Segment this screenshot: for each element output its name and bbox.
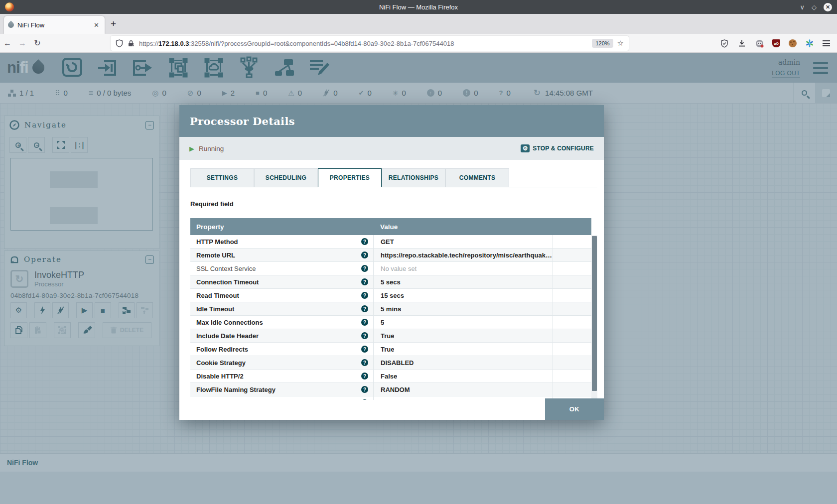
property-value[interactable]: 5 secs bbox=[381, 278, 401, 286]
table-scrollbar[interactable] bbox=[591, 235, 597, 400]
reload-icon[interactable]: ↻ bbox=[30, 38, 45, 48]
property-row-extra bbox=[553, 343, 591, 356]
property-row-extra bbox=[553, 370, 591, 382]
url-text: https://172.18.0.3:32558/nifi/?processGr… bbox=[139, 40, 588, 47]
property-row: Include Date Header? True bbox=[190, 329, 591, 343]
help-icon[interactable]: ? bbox=[361, 399, 368, 400]
window-maximize-icon[interactable]: ◇ bbox=[812, 4, 817, 10]
help-icon[interactable]: ? bbox=[361, 278, 368, 285]
zoom-level-badge[interactable]: 120% bbox=[592, 39, 613, 48]
dialog-header: Processor Details bbox=[179, 105, 604, 137]
browser-menu-icon[interactable] bbox=[823, 40, 830, 46]
property-row: Disable HTTP/2? False bbox=[190, 370, 591, 383]
help-icon[interactable]: ? bbox=[361, 373, 368, 379]
ok-button[interactable]: OK bbox=[545, 398, 604, 420]
property-row: HTTP Method? GET bbox=[190, 235, 591, 249]
help-icon[interactable]: ? bbox=[361, 305, 368, 312]
property-value[interactable]: 15 secs bbox=[381, 292, 404, 299]
property-row-extra bbox=[553, 235, 591, 248]
ublock-origin-icon[interactable]: uO bbox=[772, 39, 780, 47]
property-value[interactable]: https://repo.stackable.tech/repository/m… bbox=[381, 252, 552, 259]
help-icon[interactable]: ? bbox=[361, 265, 368, 272]
browser-toolbar: ← → ↻ https://172.18.0.3:32558/nifi/?pro… bbox=[0, 34, 837, 53]
browser-tabbar: NiFi Flow ✕ + bbox=[0, 14, 837, 34]
running-status-icon: ▶ bbox=[189, 145, 194, 152]
help-icon[interactable]: ? bbox=[361, 332, 368, 339]
property-value[interactable]: No value set bbox=[381, 399, 417, 400]
property-row-extra bbox=[553, 383, 591, 396]
property-name: Disable HTTP/2 bbox=[196, 373, 244, 380]
connection-lock-icon[interactable] bbox=[128, 40, 135, 47]
help-icon[interactable]: ? bbox=[361, 252, 368, 258]
tracking-shield-icon[interactable] bbox=[116, 39, 123, 47]
value-column-header: Value bbox=[373, 223, 553, 231]
dialog-status-row: ▶ Running ⚙ STOP & CONFIGURE bbox=[179, 137, 604, 160]
property-row-extra bbox=[553, 249, 591, 261]
property-row: Attributes to Send? No value set bbox=[190, 396, 591, 400]
property-value[interactable]: DISABLED bbox=[381, 359, 414, 367]
forward-icon[interactable]: → bbox=[15, 39, 30, 48]
property-value[interactable]: No value set bbox=[381, 265, 417, 272]
tab-settings[interactable]: SETTINGS bbox=[190, 168, 254, 187]
tab-properties[interactable]: PROPERTIES bbox=[318, 168, 382, 187]
property-row-extra bbox=[553, 275, 591, 288]
property-row: Connection Timeout? 5 secs bbox=[190, 275, 591, 289]
properties-table-header: Property Value bbox=[190, 218, 591, 235]
property-value[interactable]: 5 mins bbox=[381, 305, 401, 313]
required-field-note: Required field bbox=[190, 200, 597, 208]
property-row-extra bbox=[553, 302, 591, 315]
tab-relationships[interactable]: RELATIONSHIPS bbox=[382, 168, 445, 187]
help-icon[interactable]: ? bbox=[361, 319, 368, 326]
property-row: Follow Redirects? True bbox=[190, 343, 591, 356]
dialog-title: Processor Details bbox=[190, 115, 295, 127]
pocket-shield-icon[interactable] bbox=[720, 39, 729, 48]
processor-details-dialog: Processor Details ▶ Running ⚙ STOP & CON… bbox=[179, 105, 604, 420]
window-close-icon[interactable]: ✕ bbox=[824, 3, 832, 11]
help-icon[interactable]: ? bbox=[361, 386, 368, 393]
property-value[interactable]: False bbox=[381, 373, 397, 380]
address-bar[interactable]: https://172.18.0.3:32558/nifi/?processGr… bbox=[111, 36, 629, 51]
window-titlebar: NiFi Flow — Mozilla Firefox ∨ ◇ ✕ bbox=[0, 0, 837, 14]
nifi-page: nifi bbox=[0, 53, 837, 504]
tab-comments[interactable]: COMMENTS bbox=[445, 168, 509, 187]
tab-scheduling[interactable]: SCHEDULING bbox=[254, 168, 318, 187]
property-value[interactable]: True bbox=[381, 332, 394, 340]
browser-tab[interactable]: NiFi Flow ✕ bbox=[4, 16, 105, 34]
property-value[interactable]: 5 bbox=[381, 319, 384, 326]
properties-table: Property Value HTTP Method? GET Remote U… bbox=[190, 218, 597, 400]
dialog-tabs: SETTINGSSCHEDULINGPROPERTIESRELATIONSHIP… bbox=[190, 168, 597, 187]
property-name: SSL Context Service bbox=[196, 265, 256, 272]
help-icon[interactable]: ? bbox=[361, 346, 368, 353]
property-row-extra bbox=[553, 262, 591, 275]
property-name: Include Date Header bbox=[196, 332, 259, 340]
property-row: FlowFile Naming Strategy? RANDOM bbox=[190, 383, 591, 396]
help-icon[interactable]: ? bbox=[361, 359, 368, 366]
cookie-extension-icon[interactable] bbox=[789, 39, 797, 47]
scrollbar-thumb[interactable] bbox=[592, 236, 597, 391]
property-row-extra bbox=[553, 329, 591, 342]
property-row: Max Idle Connections? 5 bbox=[190, 316, 591, 329]
window-minimize-icon[interactable]: ∨ bbox=[800, 4, 805, 10]
stop-and-configure-button[interactable]: ⚙ STOP & CONFIGURE bbox=[521, 144, 594, 152]
running-status-label: Running bbox=[199, 145, 224, 152]
help-icon[interactable]: ? bbox=[361, 292, 368, 299]
property-value[interactable]: GET bbox=[381, 238, 394, 246]
browser-tab-title: NiFi Flow bbox=[17, 21, 92, 29]
property-name: Read Timeout bbox=[196, 292, 239, 299]
new-tab-button[interactable]: + bbox=[111, 19, 116, 28]
bookmark-star-icon[interactable]: ☆ bbox=[617, 39, 624, 48]
colorful-asterisk-extension-icon[interactable] bbox=[805, 39, 814, 48]
downloads-icon[interactable] bbox=[737, 39, 746, 48]
properties-table-body: HTTP Method? GET Remote URL? https://rep… bbox=[190, 235, 597, 400]
property-row-extra bbox=[553, 356, 591, 369]
tab-close-icon[interactable]: ✕ bbox=[92, 21, 101, 29]
help-icon[interactable]: ? bbox=[361, 238, 368, 245]
property-name: HTTP Method bbox=[196, 238, 238, 246]
back-icon[interactable]: ← bbox=[0, 39, 15, 48]
property-name: FlowFile Naming Strategy bbox=[196, 386, 276, 393]
property-value[interactable]: True bbox=[381, 346, 394, 353]
property-name: Follow Redirects bbox=[196, 346, 248, 353]
extension-mask-icon[interactable] bbox=[755, 39, 764, 48]
property-value[interactable]: RANDOM bbox=[381, 386, 410, 393]
property-column-header: Property bbox=[190, 223, 373, 231]
